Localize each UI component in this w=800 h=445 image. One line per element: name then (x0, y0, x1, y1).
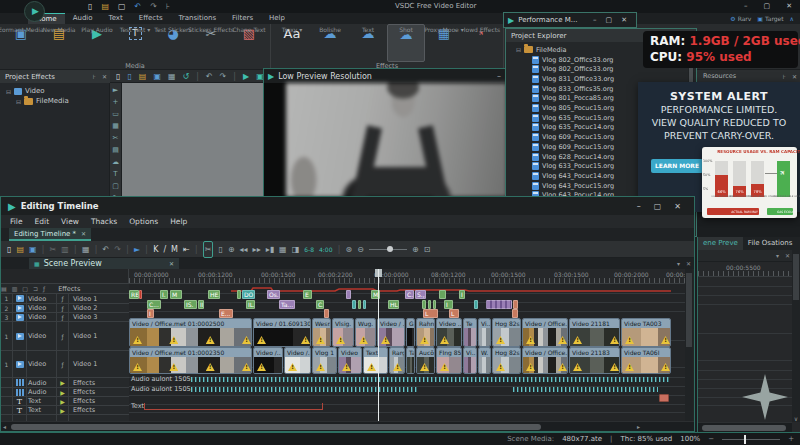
explorer-file[interactable]: Vlog 609_Pocuc15.org (532, 133, 614, 142)
playhead-line[interactable] (378, 269, 379, 421)
shape-tool-icon[interactable]: ▭ (112, 110, 119, 118)
chevron-down-icon[interactable]: ▾ (776, 250, 779, 262)
app-logo[interactable]: ▶ (24, 1, 45, 22)
explorer-file[interactable]: Vlog 628_Pocuc14.org (532, 152, 614, 161)
track-name[interactable]: Effects (69, 397, 129, 405)
close-icon[interactable]: ✕ (785, 250, 790, 262)
gear-badge[interactable]: ⚙Rarv (730, 15, 751, 22)
video-clip[interactable]: Video / 01.609130 (253, 318, 311, 347)
go-start-icon[interactable]: ⇤ (183, 242, 190, 257)
ribbon-button-play-audio[interactable]: ▶Play Audio (78, 24, 116, 62)
zoom-in-icon[interactable]: ⊕ (412, 242, 419, 257)
timeline-clip[interactable]: C. (405, 290, 414, 299)
timeline-clip[interactable] (433, 300, 436, 309)
close-icon[interactable]: ✕ (99, 73, 110, 80)
marquee-tool-icon[interactable]: ▦ (112, 122, 119, 130)
ribbon-tab-help[interactable]: Help (261, 13, 293, 24)
video-clip[interactable]: Video / Office.... (522, 318, 568, 347)
timeline-clip[interactable]: Os. (267, 290, 280, 299)
timeline-clip-area[interactable]: REI.MHE.DOOs.EMC.S.,IC...IS.IIIL.Ta...C.… (129, 284, 687, 423)
timeline-clip[interactable] (439, 290, 446, 299)
timeline-clip[interactable]: L (449, 309, 459, 318)
track-row-header[interactable]: 1VideoƒVideo 1 (1, 322, 129, 351)
key-icon[interactable]: K (153, 242, 158, 257)
doc-icon[interactable]: ▯ (127, 70, 131, 83)
menu-view[interactable]: View (55, 215, 85, 228)
timeline-clip[interactable]: I. (160, 290, 168, 299)
doc-tab[interactable]: Editing Timeline * ✕ (9, 228, 91, 241)
undo-icon[interactable]: ↶ (103, 242, 110, 257)
video-clip[interactable]: Video / Office.met 01:0002500 (129, 318, 252, 347)
minimize-icon[interactable]: – (744, 0, 748, 13)
menu-help[interactable]: Help (164, 215, 193, 228)
video-clip[interactable]: Wug. (355, 318, 376, 347)
video-clip[interactable]: Video /... (284, 347, 311, 374)
open-icon[interactable]: ▤ (16, 242, 24, 257)
track-fx[interactable]: ƒ (57, 351, 69, 377)
track-row-header[interactable]: Audio▶Effects (1, 378, 129, 388)
ribbon-button-eormant-media[interactable]: ▣Eormant Media (2, 24, 40, 62)
video-clip[interactable]: Video / Office... (522, 347, 568, 374)
zoom-out-button[interactable]: − (708, 433, 714, 445)
ribbon-button-test-test-[interactable]: TTest Test ▾ (116, 24, 154, 62)
cut-tool-icon[interactable]: ✂ (113, 134, 119, 142)
scroll-left-icon[interactable]: ◂ (3, 422, 6, 432)
timeline-clip[interactable]: I (147, 309, 154, 318)
scroll-right-icon[interactable]: ▸ (637, 422, 640, 432)
split-view-icon[interactable]: ◨ (292, 242, 300, 257)
timeline-clip[interactable]: M (170, 290, 182, 299)
track-name[interactable]: Video 1 (69, 322, 129, 350)
timeline-clip[interactable]: E... (219, 309, 233, 318)
wand-tool-icon[interactable]: + (113, 98, 119, 106)
tree-item-video[interactable]: ⊟Video (6, 86, 45, 96)
timeline-clip[interactable] (428, 300, 431, 309)
timeline-clip[interactable]: RE (129, 290, 139, 299)
maximize-icon[interactable]: ▢ (764, 0, 771, 13)
video-clip[interactable]: W. (478, 347, 491, 374)
timeline-clip[interactable]: DO (242, 290, 255, 299)
video-clip[interactable]: G. (406, 318, 415, 347)
timeline-clip[interactable] (237, 290, 241, 299)
timeline-clip[interactable]: IS. (184, 300, 197, 309)
zoom-in-button[interactable]: + (788, 433, 794, 445)
track-row-header[interactable]: TText▶Effects (1, 406, 129, 415)
cut-icon[interactable]: ✂ (50, 242, 57, 257)
timeline-clip[interactable]: S., (415, 290, 426, 299)
range-label[interactable]: 6-8 (304, 242, 314, 257)
ribbon-button-bolishe[interactable]: ☁Bolishe (311, 24, 349, 62)
timeline-clip[interactable]: II (198, 300, 204, 309)
video-clip[interactable]: Rarg (389, 347, 405, 374)
text-duration-marker[interactable] (144, 403, 323, 410)
save-icon[interactable]: ▣ (153, 70, 161, 83)
maximize-icon[interactable]: ▢ (606, 16, 622, 24)
audio-waveform[interactable] (191, 387, 418, 392)
expander-icon[interactable]: ⊟ (16, 98, 21, 105)
item[interactable] (387, 246, 393, 252)
track-fx[interactable]: ▶ (57, 378, 69, 387)
save-icon[interactable]: ▣ (29, 242, 37, 257)
expander-icon[interactable]: ⊟ (6, 88, 11, 95)
header-icon[interactable]: ⊐ (33, 285, 38, 292)
track-fx[interactable]: ƒ (57, 313, 69, 321)
timeline-clip[interactable] (139, 290, 142, 299)
timeline-clip[interactable] (358, 300, 361, 309)
video-clip[interactable]: Hog 82s (492, 347, 521, 374)
video-clip[interactable]: Video (338, 347, 362, 374)
header-icon[interactable]: ƒ (43, 285, 45, 292)
minimize-icon[interactable]: – (637, 202, 654, 211)
timeline-clip[interactable] (346, 290, 351, 299)
video-clip[interactable]: Vlog 1 (312, 347, 337, 374)
explorer-file[interactable]: Vlog 635_Pocuc15.org (532, 113, 614, 122)
ribbon-tab-audio[interactable]: Audio (65, 13, 101, 24)
ribbon-tab-transitions[interactable]: Transitions (171, 13, 225, 24)
dock-tab-file-osations[interactable]: File Osations (743, 237, 797, 250)
undo-icon[interactable]: ↶ (206, 70, 213, 83)
zoom-slider[interactable] (369, 249, 407, 250)
timeline-titlebar[interactable]: ▶ Editing Timeline – ▢ ✕ (1, 197, 694, 215)
dock-ruler[interactable]: 00:00:5500 (698, 262, 792, 277)
timeline-clip[interactable]: I (459, 290, 465, 299)
explorer-file[interactable]: Vlog 633_Pocuc15.org (532, 162, 614, 171)
track-fx[interactable]: ▶ (57, 388, 69, 396)
timeline-clip[interactable]: L (423, 309, 438, 318)
end-icon[interactable]: ▸▮ (266, 242, 274, 257)
